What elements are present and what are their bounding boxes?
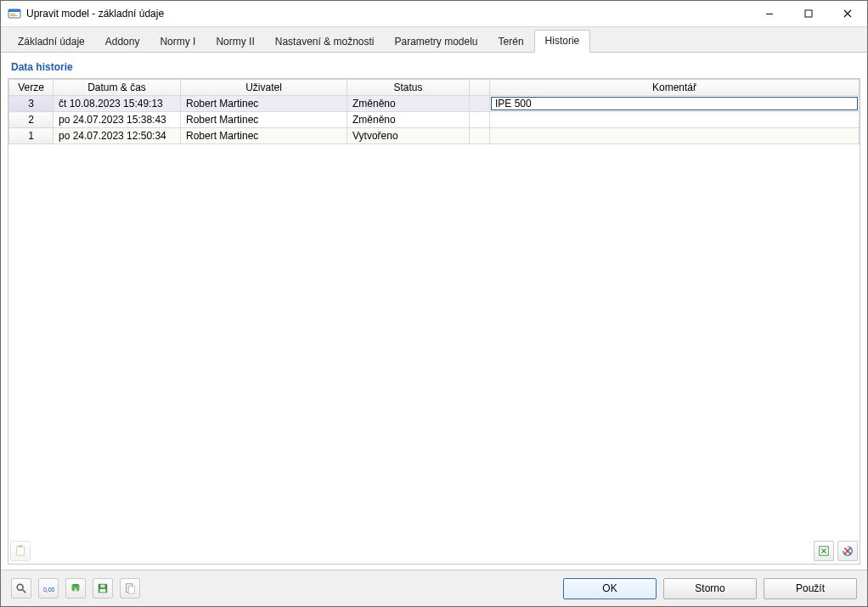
panel-title: Data historie (8, 58, 860, 78)
save-to-disk-button[interactable] (93, 578, 113, 599)
cell-datetime: po 24.07.2023 12:50:34 (54, 128, 181, 144)
col-version[interactable]: Verze (9, 80, 54, 96)
export-excel-button[interactable] (814, 541, 834, 561)
cell-version: 2 (9, 112, 54, 128)
svg-rect-2 (10, 14, 15, 14)
cell-datetime: po 24.07.2023 15:38:43 (54, 112, 181, 128)
history-panel: Data historie Verze Datum & čas Uživatel… (8, 58, 860, 565)
col-comment[interactable]: Komentář (490, 80, 860, 96)
tab-terrain[interactable]: Terén (488, 31, 534, 53)
close-button[interactable] (828, 1, 867, 26)
table-header-row: Verze Datum & čas Uživatel Status Koment… (9, 80, 860, 96)
cell-user: Robert Martinec (181, 112, 347, 128)
cell-user: Robert Martinec (181, 96, 347, 112)
dialog-window: Upravit model - základní údaje Základní … (0, 0, 868, 607)
svg-rect-7 (18, 545, 22, 548)
comment-input[interactable] (491, 97, 858, 110)
window-title: Upravit model - základní údaje (26, 8, 750, 20)
tab-settings[interactable]: Nastavení & možnosti (265, 31, 385, 53)
col-status[interactable]: Status (347, 80, 470, 96)
tab-basic-data[interactable]: Základní údaje (8, 31, 95, 53)
history-table[interactable]: Verze Datum & čas Uživatel Status Koment… (8, 79, 860, 144)
cell-status: Vytvořeno (347, 128, 470, 144)
col-datetime[interactable]: Datum & čas (54, 80, 181, 96)
window-controls (750, 1, 867, 26)
svg-rect-6 (17, 547, 25, 556)
grid-blank-area (8, 144, 860, 538)
tab-model-params[interactable]: Parametry modelu (385, 31, 488, 53)
svg-rect-1 (8, 9, 20, 12)
tab-norms-2[interactable]: Normy II (206, 31, 264, 53)
dialog-button-bar: 0,00 OK Storno Použít (1, 570, 867, 606)
history-grid-wrap: Verze Datum & čas Uživatel Status Koment… (8, 78, 860, 565)
cell-version: 1 (9, 128, 54, 144)
tab-history[interactable]: Historie (534, 30, 591, 53)
cell-gap (470, 112, 490, 128)
cell-comment[interactable] (490, 112, 860, 128)
database-import-button[interactable] (65, 578, 86, 599)
cell-version: 3 (9, 96, 54, 112)
grid-toolbar (8, 538, 860, 564)
svg-line-10 (23, 590, 26, 593)
cancel-button[interactable]: Storno (663, 578, 757, 599)
svg-point-9 (17, 584, 23, 590)
tab-strip: Základní údaje Addony Normy I Normy II N… (1, 27, 867, 53)
cell-user: Robert Martinec (181, 128, 347, 144)
tab-norms-1[interactable]: Normy I (149, 31, 206, 53)
list-to-clipboard-button[interactable] (120, 578, 140, 599)
svg-rect-3 (10, 15, 17, 16)
reset-button[interactable] (837, 541, 858, 561)
minimize-button[interactable] (750, 1, 789, 26)
app-icon (8, 7, 21, 20)
search-button[interactable] (11, 578, 31, 599)
svg-rect-14 (100, 589, 106, 593)
apply-button[interactable]: Použít (764, 578, 857, 599)
units-button[interactable]: 0,00 (38, 578, 59, 599)
cell-comment[interactable] (490, 128, 860, 144)
cell-comment[interactable] (490, 96, 860, 112)
table-row[interactable]: 1 po 24.07.2023 12:50:34 Robert Martinec… (9, 128, 860, 144)
col-user[interactable]: Uživatel (181, 80, 347, 96)
svg-rect-15 (100, 585, 104, 588)
table-row[interactable]: 2 po 24.07.2023 15:38:43 Robert Martinec… (9, 112, 860, 128)
titlebar: Upravit model - základní údaje (1, 1, 867, 27)
cell-datetime: čt 10.08.2023 15:49:13 (54, 96, 181, 112)
table-row[interactable]: 3 čt 10.08.2023 15:49:13 Robert Martinec… (9, 96, 860, 112)
svg-rect-4 (766, 14, 773, 14)
cell-gap (470, 96, 490, 112)
ok-button[interactable]: OK (563, 578, 657, 599)
svg-text:0,00: 0,00 (43, 587, 54, 593)
note-clip-button[interactable] (10, 541, 31, 561)
svg-rect-20 (128, 586, 134, 593)
col-gap[interactable] (470, 80, 490, 96)
cell-gap (470, 128, 490, 144)
tab-addons[interactable]: Addony (95, 31, 150, 53)
maximize-button[interactable] (789, 1, 828, 26)
cell-status: Změněno (347, 112, 470, 128)
cell-status: Změněno (347, 96, 470, 112)
svg-rect-5 (805, 10, 812, 17)
